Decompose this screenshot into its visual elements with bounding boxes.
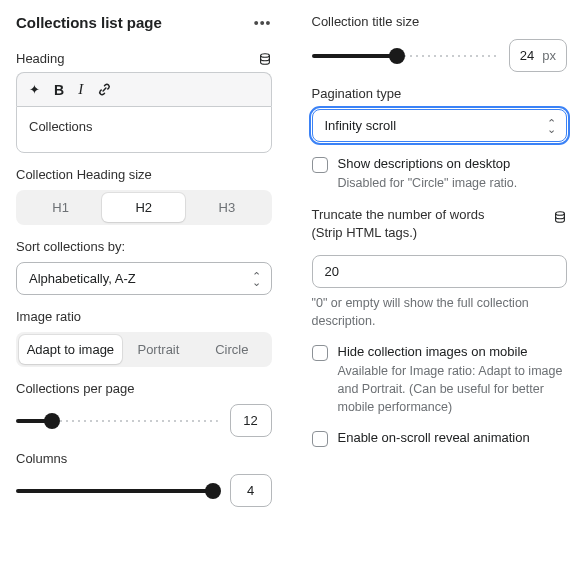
rich-text-toolbar: ✦ B I [16,72,272,106]
columns-slider[interactable] [16,481,218,501]
pagination-select-value: Infinity scroll [325,118,397,133]
truncate-input[interactable]: 20 [312,255,568,288]
sort-select-value: Alphabetically, A-Z [29,271,136,286]
heading-size-h3[interactable]: H3 [185,193,268,222]
dynamic-source-icon[interactable] [258,52,272,66]
image-ratio-portrait[interactable]: Portrait [122,335,195,364]
pagination-select[interactable]: Infinity scroll ⌃⌄ [312,109,568,142]
sort-select[interactable]: Alphabetically, A-Z ⌃⌄ [16,262,272,295]
svg-point-0 [260,53,269,57]
reveal-checkbox[interactable] [312,431,328,447]
collection-title-size-input[interactable]: 24 px [509,39,567,72]
reveal-label: Enable on-scroll reveal animation [338,430,568,445]
heading-input[interactable]: Collections [16,106,272,153]
image-ratio-circle[interactable]: Circle [195,335,268,364]
collections-per-page-slider[interactable] [16,411,218,431]
sparkle-icon[interactable]: ✦ [29,82,40,97]
truncate-help: "0" or empty will show the full collecti… [312,294,568,330]
collection-heading-size-label: Collection Heading size [16,167,272,182]
collection-title-size-label: Collection title size [312,14,568,29]
columns-label: Columns [16,451,272,466]
heading-size-h1[interactable]: H1 [19,193,102,222]
dynamic-source-icon[interactable] [553,210,567,224]
image-ratio-label: Image ratio [16,309,272,324]
collection-title-size-value: 24 [520,48,534,63]
collection-title-size-slider[interactable] [312,46,497,66]
collection-title-size-unit: px [542,48,556,63]
truncate-label-line2: (Strip HTML tags.) [312,224,485,242]
chevron-updown-icon: ⌃⌄ [547,120,556,132]
sort-label: Sort collections by: [16,239,272,254]
heading-size-segmented: H1 H2 H3 [16,190,272,225]
hide-images-label: Hide collection images on mobile [338,344,568,359]
show-descriptions-label: Show descriptions on desktop [338,156,568,171]
image-ratio-segmented: Adapt to image Portrait Circle [16,332,272,367]
bold-button[interactable]: B [54,82,64,98]
page-title: Collections list page [16,14,162,31]
chevron-updown-icon: ⌃⌄ [252,273,261,285]
svg-point-1 [556,212,565,216]
italic-button[interactable]: I [78,81,83,98]
collections-per-page-label: Collections per page [16,381,272,396]
heading-size-h2[interactable]: H2 [102,193,185,222]
columns-input[interactable]: 4 [230,474,272,507]
pagination-label: Pagination type [312,86,568,101]
heading-label: Heading [16,51,64,66]
hide-images-help: Available for Image ratio: Adapt to imag… [338,362,568,416]
hide-images-checkbox[interactable] [312,345,328,361]
collections-per-page-input[interactable]: 12 [230,404,272,437]
show-descriptions-checkbox[interactable] [312,157,328,173]
image-ratio-adapt[interactable]: Adapt to image [19,335,122,364]
link-button[interactable] [97,82,112,97]
more-actions-icon[interactable]: ••• [254,15,272,31]
truncate-label-line1: Truncate the number of words [312,206,485,224]
show-descriptions-help: Disabled for "Circle" image ratio. [338,174,568,192]
